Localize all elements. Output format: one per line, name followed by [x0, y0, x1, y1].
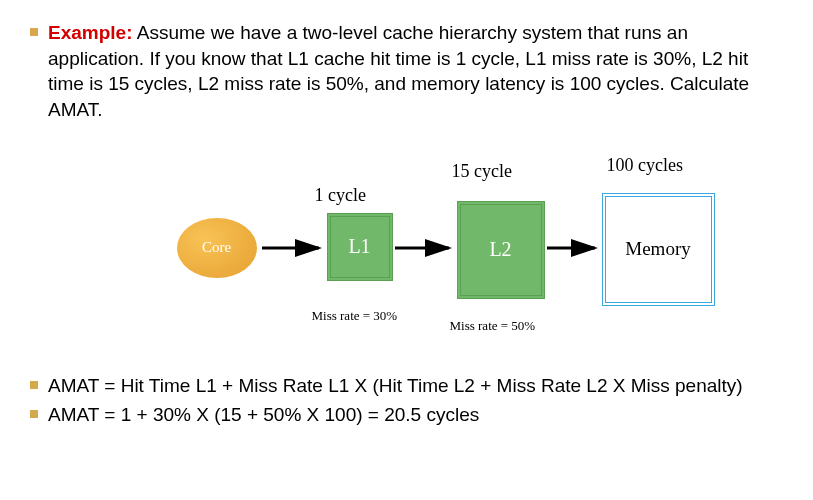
- l2-label: L2: [489, 238, 511, 261]
- cache-hierarchy-diagram: Core L1 L2 Memory 1 cycle 15 cycle 100 c…: [57, 143, 757, 343]
- problem-text: Assume we have a two-level cache hierarc…: [48, 22, 749, 120]
- bullet-icon: [30, 28, 38, 36]
- bullet-icon: [30, 381, 38, 389]
- l1-label: L1: [348, 235, 370, 258]
- l2-miss-rate-label: Miss rate = 50%: [450, 318, 536, 334]
- calculation-bullet: AMAT = 1 + 30% X (15 + 50% X 100) = 20.5…: [30, 402, 783, 428]
- problem-statement: Example: Assume we have a two-level cach…: [48, 20, 783, 123]
- amat-calculation: AMAT = 1 + 30% X (15 + 50% X 100) = 20.5…: [48, 402, 783, 428]
- formula-bullet: AMAT = Hit Time L1 + Miss Rate L1 X (Hit…: [30, 373, 783, 399]
- memory-latency-label: 100 cycles: [607, 155, 683, 176]
- core-node: Core: [177, 218, 257, 278]
- example-bullet: Example: Assume we have a two-level cach…: [30, 20, 783, 123]
- core-label: Core: [202, 239, 231, 256]
- example-label: Example:: [48, 22, 132, 43]
- l2-hit-time-label: 15 cycle: [452, 161, 512, 182]
- l1-cache-node: L1: [327, 213, 393, 281]
- bullet-icon: [30, 410, 38, 418]
- memory-label: Memory: [625, 238, 690, 260]
- l1-miss-rate-label: Miss rate = 30%: [312, 308, 398, 324]
- l1-hit-time-label: 1 cycle: [315, 185, 366, 206]
- amat-formula: AMAT = Hit Time L1 + Miss Rate L1 X (Hit…: [48, 373, 783, 399]
- l2-cache-node: L2: [457, 201, 545, 299]
- memory-node: Memory: [602, 193, 715, 306]
